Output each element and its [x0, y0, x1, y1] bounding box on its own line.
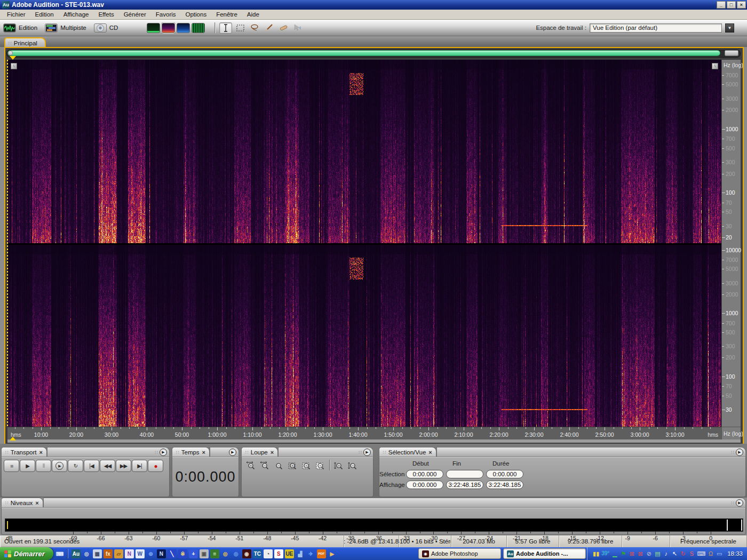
field-slection-2[interactable]: 0:00.000 — [486, 470, 523, 478]
photoshop-eye-icon[interactable]: ◉ — [242, 549, 251, 558]
menu-aide[interactable]: Aide — [242, 10, 264, 19]
pause-indicator-icon[interactable]: ▮▮ — [593, 551, 599, 557]
loupe-close-icon[interactable]: × — [271, 449, 274, 455]
person-icon[interactable]: ▟ — [296, 549, 305, 558]
calculator-icon[interactable]: ▦ — [93, 549, 102, 558]
overview-scrollbar-handle[interactable] — [8, 51, 13, 55]
menu-options[interactable]: Options — [181, 10, 212, 19]
planet-icon[interactable]: ⊕ — [146, 549, 155, 558]
flag-icon[interactable]: ⚑ — [620, 551, 626, 557]
zoom-to-selection-left-button[interactable]: + — [299, 460, 313, 472]
zoom-to-selection-button[interactable]: + — [285, 460, 299, 472]
ultraedit-icon[interactable]: UE — [285, 549, 294, 558]
card-reader-icon[interactable]: ▤ — [654, 551, 661, 557]
menu-effets[interactable]: Effets — [93, 10, 118, 19]
sync-icon[interactable]: ↻ — [680, 551, 686, 557]
niveaux-panel-menu-icon[interactable]: ▶ — [736, 499, 743, 507]
spectral-pan-display-button[interactable] — [177, 23, 190, 33]
lasso-selection-tool[interactable] — [248, 22, 261, 34]
zoom-to-selection-right-button[interactable]: + — [313, 460, 327, 472]
waveform-display-button[interactable] — [147, 23, 160, 33]
spectral-frequency-display-button[interactable] — [162, 23, 175, 33]
pause-button[interactable]: Ⅱ — [36, 460, 51, 472]
picker-tool-icon[interactable]: ╲ — [168, 549, 177, 558]
jar-app-icon[interactable]: Ω — [708, 551, 714, 557]
record-button[interactable]: ● — [148, 460, 163, 472]
level-meter[interactable] — [5, 518, 743, 532]
folder-tray-icon[interactable]: ▭ — [716, 551, 722, 557]
fx-app-icon[interactable]: fx — [104, 549, 113, 558]
pointer-icon[interactable]: ↖ — [671, 551, 678, 557]
rewind-button[interactable]: ◀◀ — [100, 460, 115, 472]
display-corner-button-right[interactable]: \ — [712, 63, 718, 69]
clock-app-icon[interactable]: ◔ — [264, 549, 273, 558]
selection-close-icon[interactable]: × — [428, 449, 432, 455]
edit-view-mode[interactable]: Edition — [3, 23, 37, 33]
menu-fichier[interactable]: Fichier — [2, 10, 30, 19]
menu-gnrer[interactable]: Générer — [119, 10, 151, 19]
zoom-out-vertical-button[interactable]: − — [346, 460, 360, 472]
loupe-panel-menu-icon[interactable]: ▶ — [363, 449, 371, 456]
temps-panel-tab[interactable]: ∷ Temps × — [172, 447, 210, 457]
zoom-out-horizontal-button[interactable]: − — [258, 460, 272, 472]
media-player-icon[interactable]: ▶ — [328, 549, 337, 558]
keyboard-layout-icon[interactable]: ⌨ — [697, 551, 705, 557]
field-slection-0[interactable]: 0:00.000 — [406, 470, 443, 478]
gray-ball-icon[interactable]: ◎ — [82, 549, 91, 558]
airplane-icon[interactable]: ✈ — [306, 549, 315, 558]
field-slection-1[interactable] — [446, 470, 483, 478]
pdf-icon[interactable]: PDF — [317, 549, 326, 558]
field-affichage-1[interactable]: 3:22:48.185 — [446, 481, 483, 489]
zoom-out-full-button[interactable]: − — [272, 460, 285, 472]
marquee-selection-tool[interactable] — [234, 22, 247, 34]
globe-gold-icon[interactable]: ◎ — [221, 549, 230, 558]
task-adobe-audition[interactable]: AuAdobe Audition -... — [503, 548, 586, 559]
selection-marker-bottom-icon[interactable] — [10, 437, 16, 441]
spot-healing-brush-tool[interactable] — [277, 22, 290, 34]
display-corner-button-left[interactable]: \ — [11, 63, 17, 69]
network-disabled2-icon[interactable]: ⊠ — [637, 551, 643, 557]
effects-paintbrush-tool[interactable] — [263, 22, 275, 34]
tc-icon[interactable]: TC — [253, 549, 262, 558]
blocked-device-icon[interactable]: ⊘ — [646, 551, 652, 557]
audition-icon[interactable]: Au — [71, 549, 81, 558]
menu-favoris[interactable]: Favoris — [151, 10, 181, 19]
spectral-phase-display-button[interactable] — [192, 23, 205, 33]
go-to-end-button[interactable]: ▶| — [132, 460, 147, 472]
temps-close-icon[interactable]: × — [202, 449, 205, 455]
volume-icon[interactable]: ♪ — [663, 551, 669, 557]
network-disabled-icon[interactable]: ⊠ — [629, 551, 635, 557]
minimized-app-icon[interactable]: ▁ — [611, 551, 618, 557]
word-icon[interactable]: W — [136, 549, 145, 558]
temps-panel-menu-icon[interactable]: ▶ — [229, 449, 236, 456]
time-ruler[interactable]: 10:0020:0030:0040:0050:001:00:001:10:001… — [7, 427, 721, 439]
minimize-button[interactable]: _ — [717, 1, 726, 9]
field-affichage-0[interactable]: 0:00.000 — [406, 481, 443, 489]
time-selection-tool[interactable] — [219, 22, 232, 34]
doc-tool-icon[interactable]: + — [189, 549, 198, 558]
transport-close-icon[interactable]: × — [39, 449, 43, 455]
workspace-dropdown-caret[interactable]: ▼ — [725, 23, 734, 33]
play-button[interactable]: ▶ — [20, 460, 35, 472]
frequency-ruler[interactable]: Hz (log)70005000300020001000700500300200… — [721, 60, 741, 427]
menu-edition[interactable]: Edition — [30, 10, 59, 19]
transport-panel-menu-icon[interactable]: ▶ — [160, 449, 167, 456]
loupe-panel-tab[interactable]: ∷ Loupe × — [241, 447, 278, 457]
xp-tool-icon[interactable]: ※ — [178, 549, 187, 558]
globe-blue-icon[interactable]: ◎ — [232, 549, 241, 558]
maximize-button[interactable]: □ — [727, 1, 736, 9]
transport-panel-tab[interactable]: ∷ Transport × — [1, 447, 47, 457]
gray-app-icon[interactable]: ▣ — [200, 549, 209, 558]
menu-fentre[interactable]: Fenêtre — [211, 10, 242, 19]
multitrack-view-mode[interactable]: Multipiste — [45, 23, 86, 33]
stop-button[interactable]: ■ — [4, 460, 19, 472]
start-button[interactable]: Démarrer — [0, 547, 53, 560]
onenote-icon[interactable]: N — [125, 549, 134, 558]
zoom-in-horizontal-button[interactable]: + — [244, 460, 258, 472]
selection-marker-top-icon[interactable] — [10, 56, 16, 60]
zoom-in-vertical-button[interactable]: + — [332, 460, 346, 472]
go-to-beginning-button[interactable]: |◀ — [84, 460, 99, 472]
tab-principal[interactable]: ∷ Principal — [4, 37, 46, 48]
sbp-icon[interactable]: S — [274, 549, 283, 558]
spectrogram-canvas[interactable] — [7, 60, 721, 427]
